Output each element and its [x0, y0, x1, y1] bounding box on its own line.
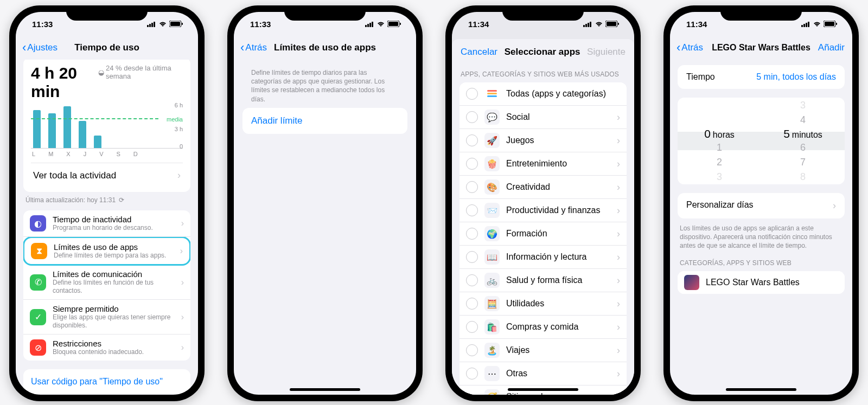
cancel-button[interactable]: Cancelar — [461, 47, 497, 57]
add-button[interactable]: Añadir — [818, 42, 845, 53]
chevron-right-icon: › — [617, 182, 620, 193]
globe-icon: 🌍 — [484, 226, 500, 241]
time-summary-row[interactable]: Tiempo 5 min, todos los días — [678, 65, 845, 89]
section-header: CATEGORÍAS, APPS Y SITIOS WEB — [680, 259, 836, 267]
time-picker[interactable]: · · 0horas 1 2 3 3 4 5minutos 6 7 8 — [678, 98, 845, 184]
chevron-right-icon: › — [181, 343, 184, 352]
chevron-right-icon: › — [617, 368, 620, 380]
chevron-right-icon: › — [617, 205, 620, 216]
cat-entertainment[interactable]: 🍿Entretenimiento› — [459, 152, 627, 176]
svg-rect-20 — [618, 23, 619, 25]
y-tick-6h: 6 h — [175, 102, 183, 108]
svg-rect-12 — [388, 22, 398, 26]
calc-icon: 🧮 — [484, 296, 500, 311]
radio[interactable] — [466, 134, 478, 146]
chevron-left-icon: ‹ — [22, 42, 26, 54]
chevron-right-icon: › — [617, 228, 620, 240]
x-axis: L M X J V S D — [31, 151, 183, 157]
wifi-icon — [158, 21, 167, 27]
svg-rect-21 — [487, 90, 497, 92]
cat-education[interactable]: 🌍Formación› — [459, 222, 627, 246]
customize-days-row[interactable]: Personalizar días › — [678, 193, 845, 218]
battery-icon — [824, 21, 837, 27]
svg-rect-17 — [590, 22, 591, 27]
status-time: 11:33 — [32, 20, 53, 29]
radio[interactable] — [466, 204, 478, 216]
row-app-limits[interactable]: ⧗ Límites de uso de apps Define límites … — [24, 238, 189, 264]
svg-rect-30 — [836, 23, 837, 25]
back-button[interactable]: ‹ Atrás — [676, 42, 703, 54]
signal-icon — [365, 21, 374, 27]
radio[interactable] — [466, 368, 478, 380]
bar-X — [63, 106, 71, 148]
arrow-up-icon: ◒ — [98, 68, 104, 76]
signal-icon — [147, 21, 156, 27]
radio[interactable] — [466, 251, 478, 263]
svg-rect-23 — [487, 95, 497, 97]
cat-social[interactable]: 💬Social› — [459, 106, 627, 129]
section-header: APPS, CATEGORÍAS Y SITIOS WEB MÁS USADOS — [461, 70, 626, 78]
signal-icon — [583, 21, 592, 27]
radio[interactable] — [466, 181, 478, 193]
settings-group: ◐ Tiempo de inactividad Programa un hora… — [23, 210, 190, 361]
radio[interactable] — [466, 274, 478, 286]
radio[interactable] — [466, 344, 478, 356]
next-button[interactable]: Siguiente — [587, 47, 626, 57]
cat-shopping[interactable]: 🛍️Compras y comida› — [459, 316, 627, 339]
cat-travel[interactable]: 🏝️Viajes› — [459, 339, 627, 362]
phone-select-apps: 11:34 Cancelar Seleccionar apps Siguient… — [445, 5, 641, 401]
row-downtime[interactable]: ◐ Tiempo de inactividad Programa un hora… — [23, 210, 190, 237]
radio[interactable] — [466, 158, 478, 170]
time-label: Tiempo — [686, 72, 715, 82]
row-communication-limits[interactable]: ✆ Límites de comunicación Define los lím… — [23, 265, 190, 300]
svg-rect-13 — [400, 23, 401, 25]
radio[interactable] — [466, 228, 478, 240]
palette-icon: 🎨 — [484, 179, 500, 195]
chevron-right-icon: › — [617, 275, 620, 286]
radio[interactable] — [466, 321, 478, 333]
chevron-right-icon: › — [617, 391, 620, 395]
svg-rect-6 — [182, 23, 183, 25]
info-text: Los límites de uso de apps se aplicarán … — [680, 224, 843, 250]
chevron-right-icon: › — [617, 298, 620, 310]
status-right — [147, 21, 183, 27]
row-restrictions[interactable]: ⊘ Restricciones Bloquea contenido inadec… — [23, 335, 190, 361]
cat-games[interactable]: 🚀Juegos› — [459, 129, 627, 152]
phone-screen-time: 11:33 ‹ Ajustes Tiempo de uso — [9, 5, 205, 401]
home-indicator[interactable] — [508, 388, 578, 391]
minutes-column[interactable]: 3 4 5minutos 6 7 8 — [761, 98, 845, 184]
bike-icon: 🚲 — [484, 273, 500, 288]
highlight-app-limits: ⧗ Límites de uso de apps Define límites … — [23, 236, 190, 266]
cat-productivity[interactable]: 📨Productividad y finanzas› — [459, 199, 627, 222]
row-always-allowed[interactable]: ✓ Siempre permitido Elige las apps que q… — [23, 300, 190, 335]
home-indicator[interactable] — [726, 388, 796, 391]
back-button[interactable]: ‹ Ajustes — [22, 42, 58, 54]
bar-L — [33, 110, 41, 148]
notch — [66, 5, 148, 21]
cat-all[interactable]: Todas (apps y categorías) — [459, 82, 627, 106]
radio[interactable] — [466, 111, 478, 123]
cat-health[interactable]: 🚲Salud y forma física› — [459, 269, 627, 292]
svg-rect-24 — [801, 25, 803, 27]
back-label: Atrás — [245, 42, 267, 53]
home-indicator[interactable] — [290, 388, 360, 391]
hours-column[interactable]: · · 0horas 1 2 3 — [678, 98, 761, 184]
back-button[interactable]: ‹ Atrás — [240, 42, 267, 54]
cat-information[interactable]: 📖Información y lectura› — [459, 246, 627, 269]
see-all-activity[interactable]: Ver toda la actividad › — [31, 163, 183, 188]
status-time: 11:33 — [250, 20, 271, 29]
radio[interactable] — [466, 298, 478, 310]
chevron-right-icon: › — [617, 112, 620, 123]
signal-icon — [801, 21, 810, 27]
cat-creativity[interactable]: 🎨Creatividad› — [459, 176, 627, 199]
add-limit-button[interactable]: Añadir límite — [242, 108, 407, 134]
selected-app-row[interactable]: LEGO Star Wars Battles — [678, 271, 845, 294]
page-title: Límites de uso de apps — [274, 42, 376, 53]
use-passcode-link[interactable]: Usar código para "Tiempo de uso" — [23, 369, 190, 394]
nav-bar: ‹ Atrás Límites de uso de apps — [234, 36, 416, 60]
cat-other[interactable]: ⋯Otras› — [459, 362, 627, 385]
cat-utilities[interactable]: 🧮Utilidades› — [459, 292, 627, 316]
radio[interactable] — [466, 88, 478, 100]
chevron-right-icon: › — [617, 135, 620, 146]
svg-rect-26 — [806, 23, 807, 27]
